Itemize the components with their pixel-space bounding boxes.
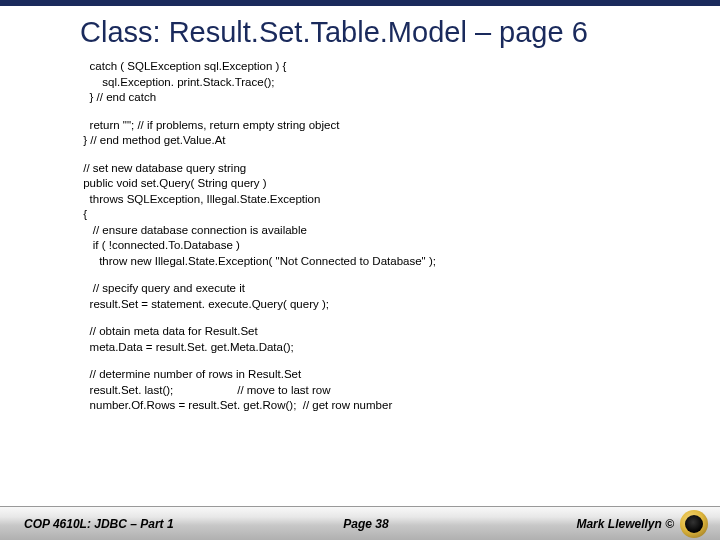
slide: Class: Result.Set.Table.Model – page 6 c… — [0, 0, 720, 540]
code-block-1: catch ( SQLException sql.Exception ) { s… — [80, 59, 680, 106]
slide-title: Class: Result.Set.Table.Model – page 6 — [80, 16, 660, 49]
code-content: catch ( SQLException sql.Exception ) { s… — [80, 59, 680, 414]
code-block-2: return ""; // if problems, return empty … — [80, 118, 680, 149]
code-block-3: // set new database query string public … — [80, 161, 680, 270]
code-block-6: // determine number of rows in Result.Se… — [80, 367, 680, 414]
slide-footer: COP 4610L: JDBC – Part 1 Page 38 Mark Ll… — [0, 506, 720, 540]
ucf-logo-icon — [680, 510, 708, 538]
footer-page: Page 38 — [252, 517, 480, 531]
code-block-5: // obtain meta data for Result.Set meta.… — [80, 324, 680, 355]
footer-author: Mark Llewellyn © — [576, 517, 674, 531]
code-block-4: // specify query and execute it result.S… — [80, 281, 680, 312]
footer-author-wrap: Mark Llewellyn © — [480, 510, 708, 538]
footer-course: COP 4610L: JDBC – Part 1 — [24, 517, 252, 531]
